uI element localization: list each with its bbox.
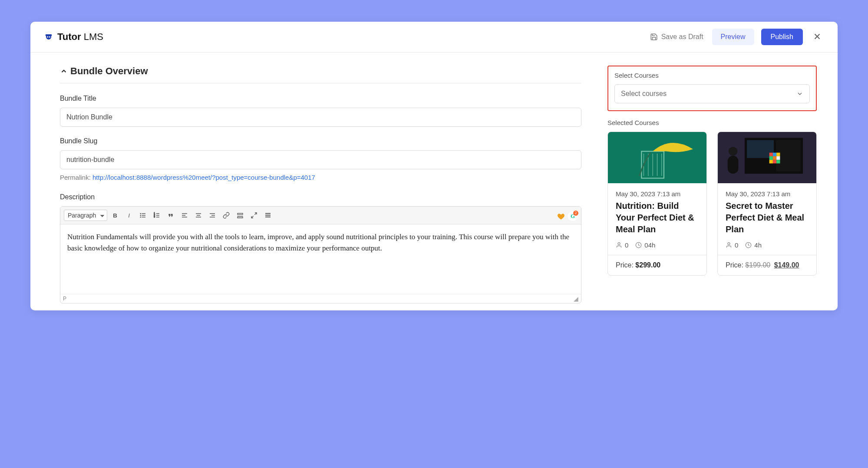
chevron-down-icon <box>796 90 803 97</box>
bundle-slug-label: Bundle Slug <box>60 137 581 145</box>
course-date: May 30, 2023 7:13 am <box>726 190 809 198</box>
close-icon <box>812 32 822 41</box>
handshake-icon <box>557 212 565 221</box>
course-card-body: May 30, 2023 7:13 am Secret to Master Pe… <box>718 183 816 255</box>
svg-rect-2 <box>46 34 52 36</box>
format-select[interactable]: Paragraph <box>64 210 107 221</box>
editor-path: P <box>63 296 66 302</box>
bundle-title-label: Bundle Title <box>60 95 581 102</box>
students-count: 0 <box>735 241 738 249</box>
course-title: Nutrition: Build Your Perfect Diet & Mea… <box>616 200 699 235</box>
align-right-button[interactable] <box>206 209 218 221</box>
svg-text:3: 3 <box>154 216 155 218</box>
save-draft-button[interactable]: Save as Draft <box>648 30 705 44</box>
select-courses-label: Select Courses <box>614 72 810 79</box>
publish-button[interactable]: Publish <box>761 29 803 45</box>
svg-rect-50 <box>773 153 776 156</box>
svg-point-10 <box>140 217 141 217</box>
price-value: $299.00 <box>635 261 660 269</box>
svg-rect-52 <box>769 156 773 160</box>
svg-rect-26 <box>238 213 243 214</box>
preview-button[interactable]: Preview <box>712 29 754 45</box>
save-draft-label: Save as Draft <box>661 33 703 41</box>
svg-rect-55 <box>769 160 773 163</box>
svg-rect-56 <box>773 160 776 163</box>
clock-icon <box>745 242 752 248</box>
svg-rect-28 <box>238 217 243 218</box>
save-icon <box>650 33 658 41</box>
editor-toolbar: Paragraph B I 123 <box>60 207 581 224</box>
right-column: Select Courses Select courses Selected C… <box>607 66 829 303</box>
permalink: Permalink: http://localhost:8888/wordpre… <box>60 174 581 181</box>
svg-point-8 <box>140 213 141 214</box>
course-footer: Price: $299.00 <box>608 255 706 275</box>
course-cards: May 30, 2023 7:13 am Nutrition: Build Yo… <box>607 132 817 276</box>
svg-rect-33 <box>265 217 271 218</box>
course-date: May 30, 2023 7:13 am <box>616 190 699 198</box>
editor-body[interactable]: Nutrition Fundamentals will provide you … <box>60 224 581 294</box>
align-center-button[interactable] <box>192 209 205 221</box>
user-icon <box>726 242 732 248</box>
course-card[interactable]: May 30, 2023 7:13 am Nutrition: Build Yo… <box>607 132 707 276</box>
insert-more-button[interactable] <box>234 209 246 221</box>
course-thumbnail <box>718 132 816 183</box>
svg-rect-49 <box>769 153 773 156</box>
italic-button[interactable]: I <box>123 209 135 221</box>
bullet-list-button[interactable] <box>137 209 149 221</box>
bold-button[interactable]: B <box>109 209 121 221</box>
course-meta: 0 4h <box>726 241 809 249</box>
course-card[interactable]: May 30, 2023 7:13 am Secret to Master Pe… <box>717 132 817 276</box>
toolbar-toggle-button[interactable] <box>262 209 274 221</box>
chevron-up-icon <box>60 67 68 75</box>
bundle-slug-input[interactable] <box>60 150 581 169</box>
logo-text: Tutor LMS <box>57 31 103 43</box>
course-footer: Price: $199.00 $149.00 <box>718 255 816 275</box>
user-icon <box>616 242 622 248</box>
svg-rect-32 <box>265 215 271 216</box>
svg-point-1 <box>49 36 50 38</box>
svg-rect-53 <box>773 156 776 160</box>
section-title-text: Bundle Overview <box>70 66 148 77</box>
header-actions: Save as Draft Preview Publish <box>648 29 825 45</box>
editor-content: Nutrition Fundamentals will provide you … <box>67 233 569 252</box>
grammarly-icon[interactable]: G 2 <box>568 211 578 221</box>
price-label: Price: <box>616 261 635 269</box>
course-meta: 0 04h <box>616 241 699 249</box>
logo: Tutor LMS <box>43 31 103 43</box>
course-card-body: May 30, 2023 7:13 am Nutrition: Build Yo… <box>608 183 706 255</box>
permalink-link[interactable]: http://localhost:8888/wordpress%20meet/?… <box>92 174 315 181</box>
close-button[interactable] <box>810 29 825 45</box>
section-title-toggle[interactable]: Bundle Overview <box>60 66 581 83</box>
number-list-button[interactable]: 123 <box>151 209 163 221</box>
align-left-button[interactable] <box>178 209 191 221</box>
svg-point-58 <box>728 243 730 245</box>
sale-price: $149.00 <box>774 261 799 269</box>
description-editor: Paragraph B I 123 Nutrition Fundamentals… <box>60 206 581 303</box>
logo-icon <box>43 32 54 42</box>
svg-point-41 <box>618 243 620 245</box>
select-courses-placeholder: Select courses <box>621 90 667 98</box>
svg-rect-31 <box>265 213 271 214</box>
svg-point-9 <box>140 215 141 215</box>
permalink-label: Permalink: <box>60 174 92 181</box>
svg-point-48 <box>729 147 738 156</box>
course-title: Secret to Master Perfect Diet & Meal Pla… <box>726 200 809 235</box>
svg-line-29 <box>254 213 257 215</box>
old-price: $199.00 <box>745 261 770 269</box>
select-courses-panel: Select Courses Select courses <box>607 66 817 111</box>
svg-point-0 <box>47 36 48 38</box>
left-column: Bundle Overview Bundle Title Bundle Slug… <box>39 66 581 303</box>
select-courses-dropdown[interactable]: Select courses <box>614 84 810 103</box>
resize-handle-icon[interactable]: ◢ <box>574 295 578 302</box>
course-thumbnail <box>608 132 706 183</box>
editor-badges: G 2 <box>557 211 578 221</box>
svg-rect-57 <box>776 160 780 163</box>
link-button[interactable] <box>220 209 232 221</box>
selected-courses-label: Selected Courses <box>607 119 817 126</box>
fullscreen-button[interactable] <box>248 209 260 221</box>
app-window: Tutor LMS Save as Draft Preview Publish … <box>30 22 838 310</box>
bundle-title-input[interactable] <box>60 108 581 127</box>
quote-button[interactable] <box>165 209 177 221</box>
description-label: Description <box>60 193 581 201</box>
body: Bundle Overview Bundle Title Bundle Slug… <box>30 53 838 310</box>
